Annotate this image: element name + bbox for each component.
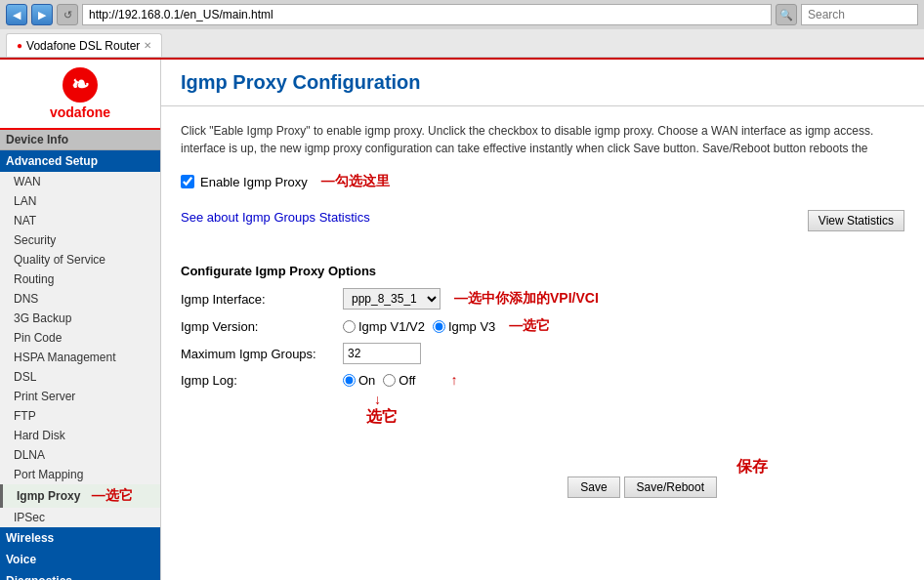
browser-toolbar: ◀ ▶ ↺ 🔍 [0,0,924,29]
sidebar-item-dns[interactable]: DNS [0,289,160,309]
enable-igmp-label: Enable Igmp Proxy [200,175,308,189]
sidebar-item-security[interactable]: Security [0,230,160,250]
address-bar[interactable] [82,4,772,25]
igmp-annotation: —选它 [92,487,133,503]
sidebar-item-harddisk[interactable]: Hard Disk [0,426,160,445]
sidebar-item-pincode[interactable]: Pin Code [0,328,160,348]
tab-favicon: ● [17,40,22,51]
tab-bar: ● Vodafone DSL Router ✕ [0,29,924,57]
version-v3-label: Igmp V3 [433,319,495,334]
logo-icon: ❧ [63,67,98,103]
config-section: Configurate Igmp Proxy Options Igmp Inte… [181,264,904,428]
max-groups-input[interactable] [343,343,421,364]
sidebar: ❧ vodafone Device Info Advanced Setup WA… [0,60,161,580]
stats-link[interactable]: See about Igmp Groups Statistics [181,210,370,225]
sidebar-item-ftp[interactable]: FTP [0,406,160,426]
version-radio-group: Igmp V1/V2 Igmp V3 [343,319,495,334]
enable-igmp-checkbox[interactable] [181,175,194,188]
sidebar-voice[interactable]: Voice [0,549,160,570]
content-area: Igmp Proxy Configuration Click "Eable Ig… [161,60,924,580]
search-button[interactable]: 🔍 [776,4,797,25]
max-groups-label: Maximum Igmp Groups: [181,347,337,361]
sidebar-item-lan[interactable]: LAN [0,191,160,211]
stats-row: See about Igmp Groups Statistics View St… [181,200,904,240]
vodafone-logo: ❧ vodafone [50,67,110,120]
config-section-title: Configurate Igmp Proxy Options [181,264,904,278]
save-button[interactable]: Save [567,476,619,498]
interface-annotation: —选中你添加的VPI/VCI [454,290,599,308]
log-annotation-row: ↓ 选它 [366,392,904,428]
sidebar-item-hspa[interactable]: HSPA Management [0,348,160,367]
bottom-buttons: Save Save/Reboot [567,476,717,498]
sidebar-item-printserver[interactable]: Print Server [0,387,160,406]
description-text: Click "Eable Igmp Proxy" to enable igmp … [181,122,904,157]
sidebar-diagnostics[interactable]: Diagnostics [0,570,160,580]
sidebar-item-dlna[interactable]: DLNA [0,445,160,465]
log-annotation: ↑ [450,372,457,388]
log-row: Igmp Log: On Off ↑ [181,372,904,388]
checkbox-annotation: —勾选这里 [321,173,390,190]
version-v3-radio[interactable] [433,320,445,333]
log-on-radio[interactable] [343,374,356,387]
log-off-radio[interactable] [383,374,396,387]
main-container: ❧ vodafone Device Info Advanced Setup WA… [0,60,924,580]
buttons-area: 保存 Save Save/Reboot [181,457,904,498]
sidebar-logo: ❧ vodafone [0,60,160,130]
browser-chrome: ◀ ▶ ↺ 🔍 ● Vodafone DSL Router ✕ [0,0,924,58]
sidebar-item-routing[interactable]: Routing [0,269,160,289]
interface-label: Igmp Interface: [181,292,337,307]
max-groups-row: Maximum Igmp Groups: [181,343,904,364]
save-annotation: 保存 [736,457,768,477]
interface-select[interactable]: ppp_8_35_1 [343,288,441,310]
log-off-label: Off [383,373,415,388]
version-v1v2-label: Igmp V1/V2 [343,319,425,334]
sidebar-advanced-setup[interactable]: Advanced Setup [0,150,160,172]
sidebar-device-info[interactable]: Device Info [0,130,160,150]
save-reboot-button[interactable]: Save/Reboot [624,476,717,498]
sidebar-wireless[interactable]: Wireless [0,527,160,549]
sidebar-item-ipsec[interactable]: IPSec [0,508,160,527]
enable-igmp-row: Enable Igmp Proxy —勾选这里 [181,173,904,190]
log-label: Igmp Log: [181,373,337,388]
log-chinese-annotation: 选它 [366,408,398,425]
log-select-annotation: ↓ [374,392,381,407]
sidebar-item-qos[interactable]: Quality of Service [0,250,160,269]
tab-close-button[interactable]: ✕ [144,40,151,51]
version-v1v2-radio[interactable] [343,320,356,333]
view-statistics-button[interactable]: View Statistics [808,210,904,231]
back-button[interactable]: ◀ [6,4,27,25]
browser-tab[interactable]: ● Vodafone DSL Router ✕ [6,33,162,57]
sidebar-item-portmapping[interactable]: Port Mapping [0,465,160,484]
version-annotation: —选它 [509,317,550,335]
sidebar-item-nat[interactable]: NAT [0,211,160,230]
sidebar-item-3gbackup[interactable]: 3G Backup [0,309,160,328]
sidebar-item-dsl[interactable]: DSL [0,367,160,387]
sidebar-item-igmpproxy[interactable]: Igmp Proxy —选它 [0,484,160,508]
content-header: Igmp Proxy Configuration [161,60,924,106]
refresh-button[interactable]: ↺ [57,4,78,25]
forward-button[interactable]: ▶ [31,4,53,25]
sidebar-item-wan[interactable]: WAN [0,172,160,191]
interface-row: Igmp Interface: ppp_8_35_1 —选中你添加的VPI/VC… [181,288,904,310]
logo-text: vodafone [50,104,110,120]
log-radio-group: On Off [343,373,415,388]
page-title: Igmp Proxy Configuration [181,71,904,94]
log-on-label: On [343,373,375,388]
version-label: Igmp Version: [181,319,337,334]
content-body: Click "Eable Igmp Proxy" to enable igmp … [161,106,924,514]
version-row: Igmp Version: Igmp V1/V2 Igmp V3 —选它 [181,317,904,335]
search-bar[interactable] [801,4,918,25]
tab-label: Vodafone DSL Router [26,39,140,53]
